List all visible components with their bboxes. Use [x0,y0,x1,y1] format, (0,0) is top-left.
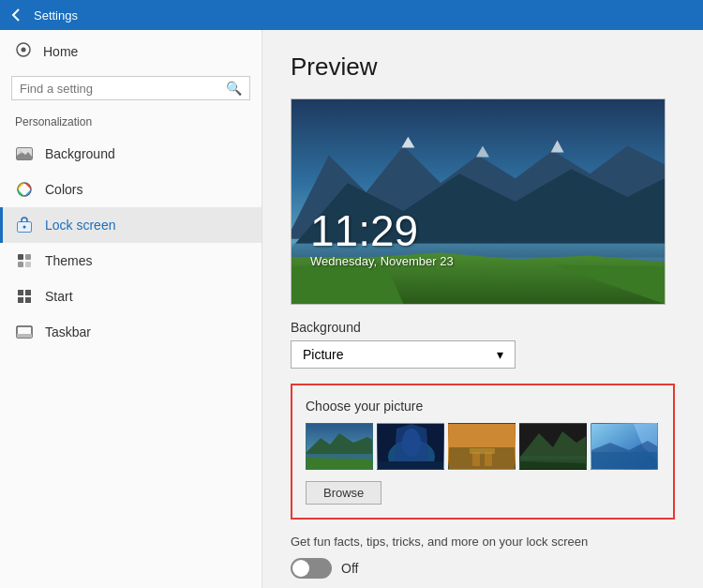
title-bar: Settings [0,0,703,30]
picture-thumbnails [306,423,660,470]
thumbnail-4[interactable] [519,423,587,470]
tips-toggle[interactable] [291,558,332,579]
toggle-knob [292,560,309,577]
svg-rect-14 [18,290,23,295]
choose-picture-box: Choose your picture [291,384,675,520]
background-dropdown[interactable]: Picture ▾ [291,340,516,369]
thumbnail-1[interactable] [306,423,373,470]
taskbar-label: Taskbar [45,324,91,339]
svg-point-1 [22,48,26,53]
colors-label: Colors [45,182,82,197]
svg-point-5 [20,151,22,154]
sidebar-item-background[interactable]: Background [0,136,262,172]
sidebar-item-taskbar[interactable]: Taskbar [0,314,262,350]
sidebar: Home 🔍 Personalization Background [0,30,262,588]
svg-rect-44 [470,448,495,454]
svg-rect-19 [17,334,32,338]
taskbar-icon [15,324,34,340]
search-box[interactable]: 🔍 [11,76,250,100]
themes-icon [15,252,34,269]
sidebar-item-home[interactable]: Home [0,30,262,72]
thumbnail-2[interactable] [377,423,444,470]
back-button[interactable] [7,6,26,24]
page-title: Preview [291,53,675,82]
svg-rect-15 [25,290,31,295]
preview-date: Wednesday, November 23 [310,254,454,268]
sidebar-item-lockscreen[interactable]: Lock screen [0,207,262,243]
svg-marker-25 [292,262,403,304]
svg-marker-33 [307,458,373,470]
svg-rect-40 [449,424,516,447]
colors-icon [15,181,34,198]
background-icon [15,145,34,162]
start-label: Start [45,289,73,304]
svg-rect-13 [25,262,31,267]
sidebar-item-colors[interactable]: Colors [0,172,262,207]
themes-label: Themes [45,253,93,268]
tips-text: Get fun facts, tips, tricks, and more on… [291,535,647,549]
lockscreen-icon [15,217,34,234]
thumbnail-3[interactable] [448,423,516,470]
main-layout: Home 🔍 Personalization Background [0,30,703,588]
svg-rect-48 [520,456,587,460]
sidebar-item-themes[interactable]: Themes [0,243,262,279]
svg-rect-10 [18,254,23,260]
svg-point-9 [23,226,26,229]
svg-rect-16 [18,297,23,303]
search-input[interactable] [20,82,220,96]
background-field-label: Background [291,320,675,335]
background-label: Background [45,146,115,161]
browse-button[interactable]: Browse [306,481,381,505]
preview-time: 11:29 [310,209,418,252]
svg-rect-12 [18,262,23,267]
title-bar-title: Settings [34,8,78,23]
svg-rect-17 [25,297,31,303]
lockscreen-label: Lock screen [45,218,115,233]
toggle-label: Off [341,561,358,576]
section-label: Personalization [0,112,262,136]
svg-rect-38 [378,461,444,470]
preview-image: 11:29 Wednesday, November 23 [291,98,666,305]
home-icon [15,41,32,61]
sidebar-item-start[interactable]: Start [0,279,262,314]
home-label: Home [43,44,78,59]
toggle-row: Off [291,558,675,579]
svg-rect-11 [25,254,31,260]
choose-picture-label: Choose your picture [306,399,660,414]
background-dropdown-value: Picture [303,347,344,362]
thumbnail-5[interactable] [591,423,658,470]
search-icon[interactable]: 🔍 [226,81,242,96]
content-area: Preview [262,30,703,588]
chevron-down-icon: ▾ [497,347,503,362]
svg-rect-43 [485,452,492,466]
start-icon [15,288,34,305]
svg-rect-42 [472,452,480,466]
